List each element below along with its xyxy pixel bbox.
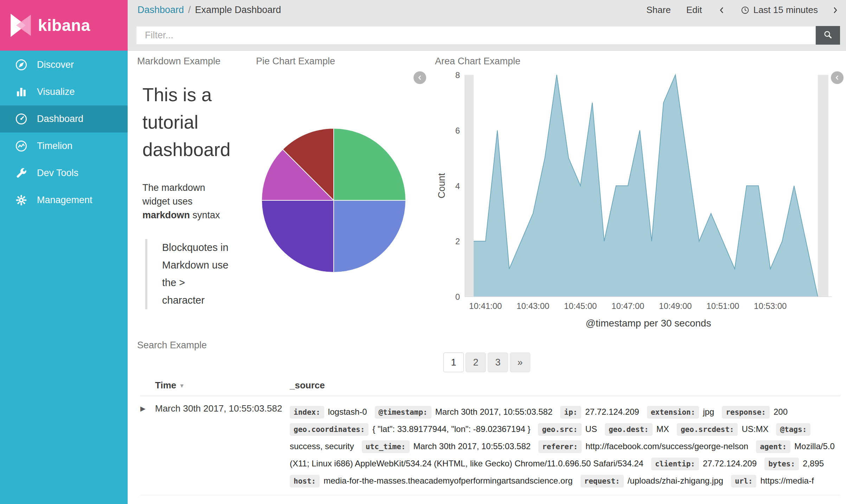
breadcrumb: Dashboard / Example Dashboard Share Edit…	[128, 0, 846, 20]
pie-slice-1[interactable]	[334, 128, 406, 200]
wrench-icon	[15, 167, 28, 180]
kibana-logo-icon	[6, 10, 36, 40]
filter-bar	[128, 20, 846, 51]
x-tick-label: 10:47:00	[611, 301, 644, 311]
x-tick-label: 10:49:00	[659, 301, 692, 311]
field-name-badge: host:	[290, 475, 320, 487]
share-button[interactable]: Share	[646, 5, 671, 15]
markdown-bold-word: markdown	[142, 210, 190, 220]
column-header-source: _source	[290, 380, 840, 391]
field-name-badge: @tags:	[776, 423, 810, 436]
sidebar-item-label: Dashboard	[37, 114, 83, 124]
time-range-forward-icon[interactable]	[831, 6, 840, 15]
x-axis-title: @timestamp per 30 seconds	[586, 318, 711, 329]
x-tick-label: 10:45:00	[564, 301, 597, 311]
sidebar-item-visualize[interactable]: Visualize	[0, 78, 128, 105]
sidebar-item-label: Dev Tools	[37, 168, 78, 179]
kibana-app: kibana DiscoverVisualizeDashboardTimelio…	[0, 0, 846, 504]
sidebar: kibana DiscoverVisualizeDashboardTimelio…	[0, 0, 128, 504]
clock-icon	[741, 6, 750, 15]
pagination-button-3[interactable]: 3	[488, 353, 508, 372]
column-header-time[interactable]: Time	[155, 380, 176, 390]
field-value: March 30th 2017, 10:55:03.582	[435, 407, 553, 416]
area-chart: 0246810:41:0010:43:0010:45:0010:47:0010:…	[437, 65, 846, 336]
sidebar-item-dev-tools[interactable]: Dev Tools	[0, 160, 128, 187]
field-name-badge: response:	[722, 406, 770, 419]
field-value: success, security	[290, 441, 354, 451]
breadcrumb-separator: /	[188, 5, 191, 15]
filter-input[interactable]	[136, 26, 816, 45]
edit-button[interactable]: Edit	[686, 5, 702, 15]
search-table-body: ▶March 30th 2017, 10:55:03.582index:logs…	[140, 396, 840, 504]
y-tick-label: 4	[455, 181, 460, 191]
table-row: ▶March 30th 2017, 10:55:01.489index:logs…	[140, 495, 840, 504]
row-time: March 30th 2017, 10:55:03.582	[155, 403, 290, 489]
field-name-badge: url:	[731, 475, 757, 487]
x-tick-label: 10:43:00	[517, 301, 549, 311]
sidebar-item-label: Visualize	[37, 86, 75, 97]
field-value: US:MX	[742, 424, 768, 434]
expand-row-caret-icon[interactable]: ▶	[140, 403, 155, 489]
breadcrumb-dashboard-link[interactable]: Dashboard	[137, 5, 184, 15]
field-value: 2,895	[803, 459, 824, 468]
field-name-badge: utc_time:	[362, 440, 410, 453]
endzone-left	[465, 75, 474, 297]
sidebar-item-discover[interactable]: Discover	[0, 51, 128, 78]
markdown-paragraph: The markdown widget uses markdown syntax	[142, 181, 223, 222]
panel-title-pie: Pie Chart Example	[256, 56, 335, 67]
time-range-back-icon[interactable]	[717, 6, 726, 15]
endzone-right	[818, 75, 828, 297]
markdown-heading: This is a tutorial dashboard	[142, 81, 264, 163]
sort-desc-icon[interactable]: ▼	[179, 383, 185, 389]
table-header: Time▼ _source	[140, 380, 840, 396]
field-name-badge: extension:	[647, 406, 699, 419]
y-tick-label: 6	[455, 126, 460, 135]
dashboard-grid: Markdown Example Pie Chart Example Area …	[128, 51, 846, 504]
compass-icon	[15, 58, 28, 71]
kibana-logo-text: kibana	[38, 16, 90, 35]
pagination-button-2[interactable]: 2	[466, 353, 486, 372]
field-value: MX	[656, 424, 669, 434]
panel-title-search: Search Example	[137, 340, 207, 351]
sidebar-item-label: Management	[37, 195, 92, 206]
sidebar-item-dashboard[interactable]: Dashboard	[0, 105, 128, 133]
search-icon	[823, 30, 833, 41]
sidebar-item-label: Discover	[37, 59, 74, 70]
sidebar-item-management[interactable]: Management	[0, 187, 128, 214]
dashboard-icon	[15, 112, 28, 125]
field-name-badge: index:	[290, 406, 324, 419]
field-name-badge: clientip:	[651, 458, 699, 470]
sidebar-item-label: Timelion	[37, 141, 72, 151]
pie-slice-3[interactable]	[262, 200, 334, 272]
panel-title-markdown: Markdown Example	[137, 56, 220, 67]
gear-icon	[15, 194, 28, 207]
field-name-badge: bytes:	[764, 458, 799, 470]
panel-collapse-button[interactable]	[414, 71, 426, 84]
row-time: March 30th 2017, 10:55:01.489	[155, 502, 290, 504]
search-button[interactable]	[816, 26, 840, 45]
pagination: 123»	[128, 353, 846, 372]
field-name-badge: geo.coordinates:	[290, 423, 368, 436]
y-tick-label: 0	[455, 292, 460, 302]
pagination-button-»[interactable]: »	[510, 353, 530, 372]
timepicker-button[interactable]: Last 15 minutes	[741, 5, 818, 15]
table-row: ▶March 30th 2017, 10:55:03.582index:logs…	[140, 396, 840, 495]
breadcrumb-current: Example Dashboard	[195, 5, 281, 15]
field-value: logstash-0	[328, 407, 367, 416]
field-name-badge: geo.srcdest:	[677, 423, 738, 436]
field-value: http://facebook.com/success/george-nelso…	[585, 441, 748, 451]
pagination-button-1[interactable]: 1	[443, 353, 464, 372]
field-value: 27.72.124.209	[585, 407, 639, 416]
kibana-logo[interactable]: kibana	[0, 0, 128, 51]
field-value: US	[585, 424, 597, 434]
expand-row-caret-icon[interactable]: ▶	[140, 502, 155, 504]
field-value: media-for-the-masses.theacademyofperform…	[323, 476, 572, 485]
pie-slice-2[interactable]	[334, 200, 406, 272]
markdown-blockquote: Blockquotes in Markdown use the > charac…	[145, 239, 229, 309]
field-value: https://media-f	[760, 476, 814, 485]
field-value: /uploads/zhai-zhigang.jpg	[628, 476, 723, 485]
bar-chart-icon	[15, 85, 28, 98]
sidebar-item-timelion[interactable]: Timelion	[0, 133, 128, 160]
field-name-badge: ip:	[560, 406, 581, 419]
pie-chart	[260, 127, 408, 274]
